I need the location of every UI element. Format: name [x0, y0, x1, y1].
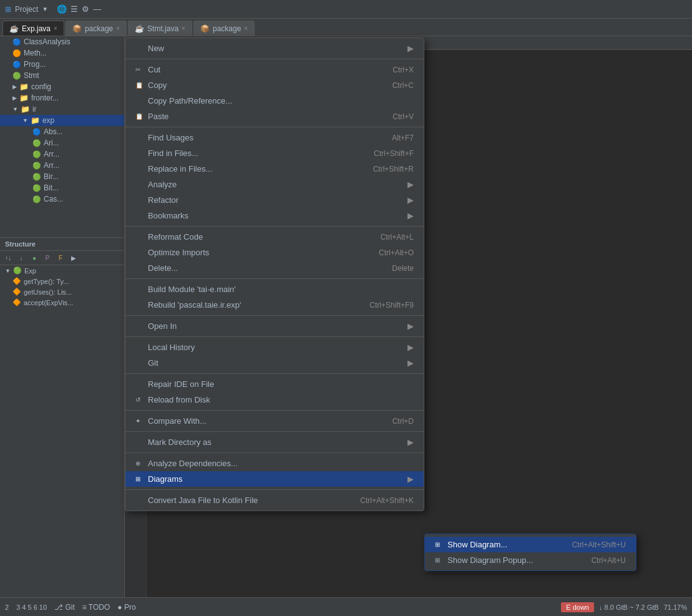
- title-bar-icon-gear[interactable]: ⚙: [82, 4, 89, 14]
- sidebar-label-classanalysis: ClassAnalysis: [24, 37, 71, 46]
- menu-sep-1: [125, 59, 424, 59]
- menu-item-new[interactable]: New ▶: [125, 41, 424, 56]
- title-bar-icon-globe[interactable]: 🌐: [57, 4, 67, 14]
- sidebar-item-cas[interactable]: 🟢 Cas...: [0, 193, 124, 205]
- menu-item-repair-ide[interactable]: Repair IDE on File: [125, 376, 424, 392]
- sidebar-item-ir[interactable]: ▼ 📁 ir: [0, 104, 124, 115]
- menu-label-analyze-deps: Analyze Dependencies...: [148, 459, 414, 468]
- submenu-item-show-diagram[interactable]: ⊞ Show Diagram... Ctrl+Alt+Shift+U: [425, 537, 636, 552]
- dropdown-icon[interactable]: ▼: [42, 6, 48, 12]
- ari-icon: 🟢: [32, 139, 41, 147]
- menu-item-reload[interactable]: ↺ Reload from Disk: [125, 392, 424, 408]
- tab-close-exp[interactable]: ×: [54, 25, 57, 32]
- struct-group[interactable]: ●: [29, 252, 40, 263]
- menu-item-replace-files[interactable]: Replace in Files... Ctrl+Shift+R: [125, 161, 424, 177]
- compare-shortcut: Ctrl+D: [392, 417, 414, 426]
- menu-item-diagrams[interactable]: ⊞ Diagrams ▶: [125, 471, 424, 487]
- sidebar-label-config: config: [31, 82, 51, 91]
- menu-item-local-history[interactable]: Local History ▶: [125, 340, 424, 355]
- folder-ir-icon: 📁: [21, 105, 30, 114]
- folder-fronter-icon: 📁: [19, 94, 29, 102]
- menu-item-open-in[interactable]: Open In ▶: [125, 318, 424, 334]
- menu-item-find-files[interactable]: Find in Files... Ctrl+Shift+F: [125, 145, 424, 161]
- submenu-item-show-popup[interactable]: ⊞ Show Diagram Popup... Ctrl+Alt+U: [425, 552, 636, 568]
- structure-panel: Structure ↑↓ ↓ ● P F ▶ ▼ 🟢 Exp 🔶 getType…: [0, 237, 125, 616]
- title-bar-icon-minus[interactable]: —: [93, 4, 101, 14]
- tab-exp-java[interactable]: ☕ Exp.java ×: [2, 21, 64, 36]
- sidebar-label-arr1: Arr...: [44, 150, 59, 159]
- local-history-arrow-icon: ▶: [407, 343, 414, 352]
- struct-getuses-icon: 🔶: [12, 288, 21, 296]
- menu-item-convert-java[interactable]: Convert Java File to Kotlin File Ctrl+Al…: [125, 492, 424, 508]
- sidebar-label-arr2: Arr...: [44, 161, 59, 170]
- menu-label-copy-path: Copy Path/Reference...: [148, 96, 395, 105]
- menu-item-optimize[interactable]: Optimize Imports Ctrl+Alt+O: [125, 245, 424, 260]
- menu-label-git: Git: [148, 358, 402, 368]
- sidebar-item-config[interactable]: ▶ 📁 config: [0, 81, 124, 92]
- arr2-icon: 🟢: [32, 162, 41, 170]
- menu-item-reformat[interactable]: Reformat Code Ctrl+Alt+L: [125, 229, 424, 245]
- struct-gettype-label: getType(): Ty...: [24, 278, 69, 285]
- menu-item-analyze-deps[interactable]: ⊕ Analyze Dependencies...: [125, 456, 424, 471]
- tab-close-pkg2[interactable]: ×: [244, 25, 248, 32]
- method-icon: 🟠: [12, 49, 21, 57]
- project-label[interactable]: Project: [15, 5, 38, 14]
- menu-item-delete[interactable]: Delete... Delete: [125, 260, 424, 276]
- struct-accept-label: accept(ExpVis...: [24, 299, 73, 306]
- find-files-shortcut: Ctrl+Shift+F: [374, 149, 414, 158]
- struct-getuses[interactable]: 🔶 getUses(): Lis...: [0, 286, 124, 297]
- sidebar-item-exp[interactable]: ▼ 📁 exp: [0, 115, 124, 126]
- struct-accept[interactable]: 🔶 accept(ExpVis...: [0, 297, 124, 308]
- title-bar-icon-list[interactable]: ☰: [71, 4, 78, 14]
- menu-label-copy: Copy: [148, 81, 374, 90]
- folder-exp-icon: 📁: [31, 116, 40, 125]
- tab-stmt-java[interactable]: ☕ Stmt.java ×: [128, 21, 192, 36]
- struct-sort-asc[interactable]: ↑↓: [2, 252, 14, 263]
- sidebar-label-abs: Abs...: [44, 127, 63, 136]
- menu-item-build-module[interactable]: Build Module 'tai-e.main': [125, 281, 424, 297]
- menu-item-refactor[interactable]: Refactor ▶: [125, 192, 424, 208]
- sidebar-item-ari[interactable]: 🟢 Ari...: [0, 137, 124, 149]
- menu-item-mark-dir[interactable]: Mark Directory as ▶: [125, 434, 424, 450]
- sidebar-item-arr2[interactable]: 🟢 Arr...: [0, 160, 124, 171]
- sidebar-item-arr1[interactable]: 🟢 Arr...: [0, 149, 124, 160]
- struct-sort-desc[interactable]: ↓: [16, 252, 27, 263]
- menu-item-find-usages[interactable]: Find Usages Alt+F7: [125, 130, 424, 145]
- struct-public[interactable]: P: [42, 252, 53, 263]
- menu-item-rebuild[interactable]: Rebuild 'pascal.taie.ir.exp' Ctrl+Shift+…: [125, 297, 424, 313]
- struct-root-arrow: ▼: [5, 268, 11, 274]
- sidebar-item-bir[interactable]: 🟢 Bir...: [0, 171, 124, 182]
- sidebar-item-meth[interactable]: 🟠 Meth...: [0, 47, 124, 59]
- menu-item-cut[interactable]: ✂ Cut Ctrl+X: [125, 62, 424, 77]
- menu-item-git[interactable]: Git ▶: [125, 355, 424, 371]
- struct-field[interactable]: F: [55, 252, 66, 263]
- sidebar-item-fronter[interactable]: ▶ 📁 fronter...: [0, 92, 124, 104]
- menu-label-bookmarks: Bookmarks: [148, 211, 402, 220]
- tab-package-2[interactable]: 📦 package ×: [193, 21, 255, 36]
- cas-icon: 🟢: [32, 195, 41, 203]
- tab-close-stmt[interactable]: ×: [182, 25, 185, 32]
- struct-more[interactable]: ▶: [68, 252, 79, 263]
- sidebar-item-stmt[interactable]: 🟢 Stmt: [0, 70, 124, 81]
- sidebar-item-bit[interactable]: 🟢 Bit...: [0, 182, 124, 193]
- menu-item-copy[interactable]: 📋 Copy Ctrl+C: [125, 77, 424, 93]
- struct-gettype[interactable]: 🔶 getType(): Ty...: [0, 276, 124, 286]
- tab-package-1[interactable]: 📦 package ×: [66, 21, 127, 36]
- git-label[interactable]: ⎇ Git: [54, 603, 75, 612]
- menu-label-new: New: [148, 44, 402, 53]
- menu-item-paste[interactable]: 📋 Paste Ctrl+V: [125, 109, 424, 124]
- menu-label-paste: Paste: [148, 112, 374, 121]
- todo-label[interactable]: ≡ TODO: [82, 603, 110, 612]
- pro-label[interactable]: ● Pro: [117, 603, 135, 612]
- sidebar-item-prog[interactable]: 🔵 Prog...: [0, 59, 124, 70]
- structure-root[interactable]: ▼ 🟢 Exp: [0, 265, 124, 276]
- menu-item-bookmarks[interactable]: Bookmarks ▶: [125, 208, 424, 223]
- menu-item-analyze[interactable]: Analyze ▶: [125, 177, 424, 192]
- title-bar: ⊞ Project ▼ 🌐 ☰ ⚙ —: [0, 0, 692, 19]
- tab-close-pkg1[interactable]: ×: [116, 25, 120, 32]
- show-popup-icon: ⊞: [435, 557, 445, 564]
- sidebar-item-abs[interactable]: 🔵 Abs...: [0, 126, 124, 137]
- menu-item-copy-path[interactable]: Copy Path/Reference...: [125, 93, 424, 109]
- menu-item-compare[interactable]: ✦ Compare With... Ctrl+D: [125, 413, 424, 429]
- sidebar-item-classanalysis[interactable]: 🔵 ClassAnalysis: [0, 36, 124, 47]
